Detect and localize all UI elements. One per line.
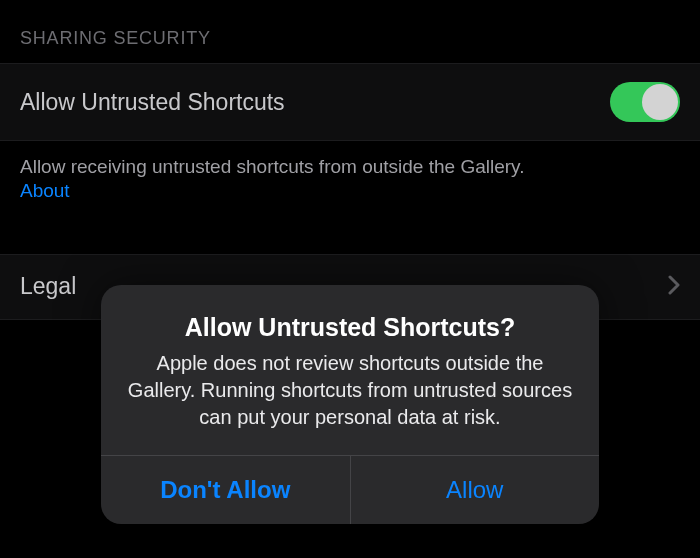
alert-dialog: Allow Untrusted Shortcuts? Apple does no… — [101, 285, 599, 524]
toggle-knob — [642, 84, 678, 120]
alert-message: Apple does not review shortcuts outside … — [127, 350, 573, 431]
footer-note: Allow receiving untrusted shortcuts from… — [0, 141, 700, 180]
toggle-allow-untrusted[interactable] — [610, 82, 680, 122]
dont-allow-button[interactable]: Don't Allow — [101, 456, 350, 524]
alert-title: Allow Untrusted Shortcuts? — [127, 313, 573, 342]
row-title: Allow Untrusted Shortcuts — [20, 89, 285, 116]
alert-content: Allow Untrusted Shortcuts? Apple does no… — [101, 285, 599, 455]
row-title-legal: Legal — [20, 273, 76, 300]
spacer — [0, 222, 700, 254]
section-header-sharing-security: Sharing Security — [0, 0, 700, 63]
about-link[interactable]: About — [0, 180, 700, 222]
row-allow-untrusted-shortcuts[interactable]: Allow Untrusted Shortcuts — [0, 63, 700, 141]
allow-button[interactable]: Allow — [350, 456, 600, 524]
chevron-right-icon — [668, 273, 680, 301]
alert-buttons: Don't Allow Allow — [101, 455, 599, 524]
